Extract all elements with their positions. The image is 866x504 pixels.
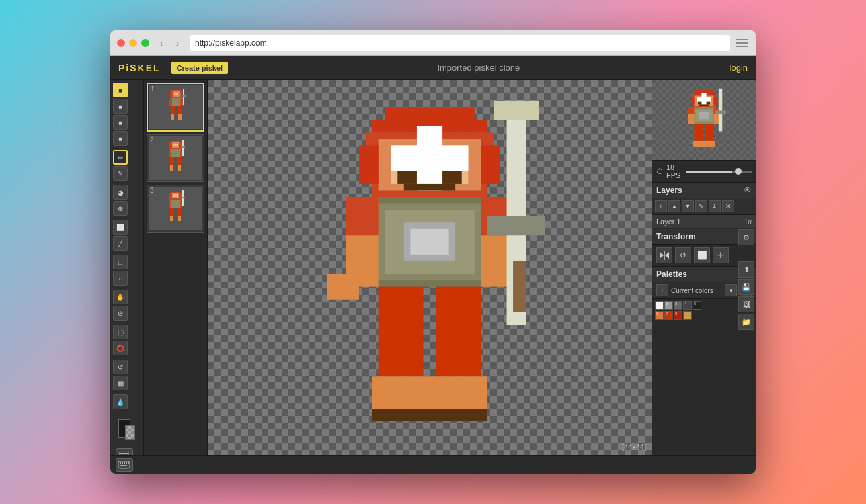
- svg-rect-42: [178, 216, 181, 221]
- browser-menu-icon[interactable]: [736, 36, 749, 50]
- erase-tool-group: ⬜ ╱: [113, 220, 141, 251]
- svg-rect-2: [122, 453, 124, 454]
- rect-select-button[interactable]: ⬚: [113, 325, 128, 339]
- background-color[interactable]: [125, 425, 135, 440]
- svg-rect-44: [181, 197, 185, 198]
- color-swatch-4[interactable]: 4: [683, 301, 692, 310]
- frame-1-number: 1: [151, 85, 155, 93]
- dropper-tool-button[interactable]: ⊘: [113, 306, 128, 321]
- svg-rect-89: [698, 101, 701, 104]
- svg-rect-71: [372, 376, 430, 409]
- svg-rect-27: [177, 157, 181, 165]
- color-swatch-6[interactable]: 6: [655, 311, 664, 320]
- maximize-button[interactable]: [141, 39, 149, 47]
- frame-2[interactable]: 2: [147, 134, 204, 182]
- edit-layer-button[interactable]: ✎: [695, 200, 707, 212]
- svg-rect-99: [688, 107, 694, 114]
- merge-layer-button[interactable]: ↧: [709, 200, 721, 212]
- move-layer-up-button[interactable]: ▲: [668, 200, 680, 212]
- size-3-button[interactable]: ■: [113, 115, 128, 130]
- color-swatch-5[interactable]: 5: [693, 301, 701, 310]
- folder-button[interactable]: 📁: [738, 314, 754, 330]
- svg-rect-59: [481, 146, 500, 184]
- keyboard-shortcuts-button[interactable]: [116, 448, 133, 455]
- minimize-button[interactable]: [129, 39, 137, 47]
- browser-chrome: ‹ › http://piskelapp.com: [110, 30, 756, 56]
- image-button[interactable]: 🖼: [738, 296, 754, 312]
- frame-2-thumb: [149, 136, 202, 180]
- color-swatch-8[interactable]: 8: [674, 311, 682, 320]
- svg-rect-113: [124, 462, 125, 464]
- transform-title: Transform: [656, 232, 752, 241]
- color-swatch-2[interactable]: 2: [664, 301, 673, 310]
- dither-button[interactable]: ▦: [113, 376, 128, 390]
- login-button[interactable]: login: [730, 62, 748, 73]
- delete-layer-button[interactable]: ✕: [722, 200, 734, 212]
- bottom-keyboard-icon[interactable]: [116, 458, 133, 472]
- svg-rect-37: [169, 201, 171, 208]
- select-circle-button[interactable]: ⊕: [113, 201, 128, 216]
- svg-rect-25: [180, 151, 182, 157]
- svg-rect-54: [391, 146, 469, 171]
- export-button[interactable]: ⬆: [738, 261, 754, 278]
- rect-tool-button[interactable]: □: [113, 255, 128, 269]
- svg-rect-103: [693, 140, 704, 146]
- settings-gear-button[interactable]: ⚙: [738, 229, 754, 245]
- forward-button[interactable]: ›: [171, 36, 184, 50]
- palette-dropdown-button[interactable]: ▾: [725, 284, 737, 296]
- add-layer-button[interactable]: +: [655, 200, 667, 212]
- svg-rect-91: [699, 104, 709, 106]
- svg-rect-15: [171, 114, 174, 120]
- svg-rect-31: [181, 146, 185, 148]
- size-2-button[interactable]: ■: [113, 99, 128, 114]
- move-tool-button[interactable]: ✋: [113, 290, 128, 304]
- svg-rect-115: [128, 462, 129, 464]
- svg-rect-4: [126, 453, 128, 454]
- layer-1-item[interactable]: Layer 1 1α: [652, 215, 756, 229]
- layers-eye-icon[interactable]: 👁: [744, 185, 752, 195]
- fps-slider-thumb: [735, 168, 742, 175]
- close-button[interactable]: [117, 39, 125, 47]
- svg-rect-12: [180, 99, 183, 106]
- special-tool-group: ↺ ▦: [113, 360, 141, 390]
- circle-tool-button[interactable]: ○: [113, 271, 128, 286]
- line-tool-button[interactable]: ╱: [113, 236, 128, 251]
- pencil-tool-button[interactable]: ✏: [113, 150, 128, 165]
- resize-btn[interactable]: ⬜: [694, 247, 710, 263]
- fps-slider[interactable]: [686, 171, 752, 173]
- color-tool-group: 💧: [113, 394, 141, 409]
- color-swatch-1[interactable]: 1: [655, 301, 664, 310]
- color-swatch-3[interactable]: 3: [674, 301, 682, 310]
- svg-rect-111: [120, 462, 121, 464]
- svg-rect-114: [126, 462, 127, 464]
- canvas-area[interactable]: [44x44]: [208, 80, 652, 455]
- left-toolbar: ■ ■ ■ ■ ✏ ✎ ◕ ⊕ ⬜ ╱: [110, 80, 144, 455]
- size-4-button[interactable]: ■: [113, 131, 128, 146]
- rotate-btn[interactable]: ↺: [675, 247, 691, 263]
- svg-rect-55: [397, 171, 417, 184]
- svg-rect-104: [704, 140, 715, 146]
- add-palette-button[interactable]: +: [656, 284, 668, 296]
- create-piskel-button[interactable]: Create piskel: [171, 62, 228, 74]
- move-all-btn[interactable]: ✛: [713, 247, 729, 263]
- move-layer-down-button[interactable]: ▼: [682, 200, 694, 212]
- fill-bucket-button[interactable]: ◕: [113, 185, 128, 200]
- eraser-button[interactable]: ⬜: [113, 220, 128, 235]
- frame-1[interactable]: 1: [147, 83, 204, 132]
- rotate-button[interactable]: ↺: [113, 360, 128, 374]
- flip-h-button[interactable]: [656, 247, 672, 263]
- save-button[interactable]: 💾: [738, 279, 754, 295]
- eyedropper-button[interactable]: 💧: [113, 394, 128, 409]
- svg-rect-38: [180, 201, 182, 208]
- svg-rect-29: [178, 165, 181, 171]
- lasso-button[interactable]: ⭕: [113, 341, 128, 355]
- svg-rect-93: [714, 97, 717, 104]
- frame-3[interactable]: 3: [147, 185, 204, 233]
- svg-marker-109: [665, 252, 669, 259]
- size-1-button[interactable]: ■: [113, 83, 128, 97]
- stroke-tool-button[interactable]: ✎: [113, 166, 128, 181]
- color-swatch-9[interactable]: [683, 311, 692, 320]
- back-button[interactable]: ‹: [155, 36, 168, 50]
- address-bar[interactable]: http://piskelapp.com: [190, 35, 730, 51]
- color-swatch-7[interactable]: 7: [664, 311, 673, 320]
